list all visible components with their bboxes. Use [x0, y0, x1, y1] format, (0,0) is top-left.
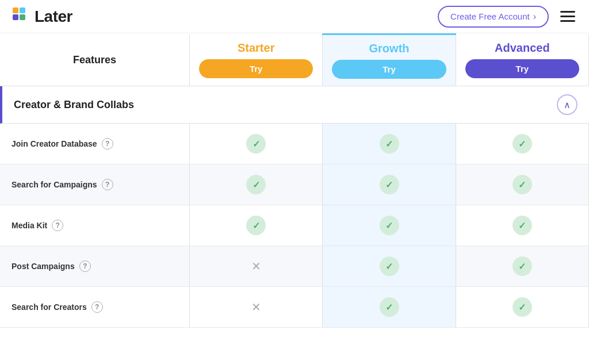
starter-plan-name: Starter: [199, 41, 313, 55]
logo-text: Later: [35, 7, 72, 26]
advanced-feature-cell: ✓: [456, 164, 588, 205]
create-account-button[interactable]: Create Free Account ›: [438, 6, 549, 28]
advanced-try-button[interactable]: Try: [465, 59, 579, 78]
check-icon: ✓: [512, 216, 532, 235]
header: Later Create Free Account ›: [0, 0, 589, 33]
hamburger-button[interactable]: [558, 9, 577, 24]
feature-name-cell: Post Campaigns ?: [0, 246, 190, 287]
feature-name-inner: Search for Creators ?: [12, 301, 180, 313]
feature-name-cell: Search for Creators ?: [0, 287, 190, 328]
pricing-table: Features Starter Try Growth Try Advanced…: [0, 33, 589, 328]
starter-try-button[interactable]: Try: [199, 59, 313, 78]
svg-rect-2: [13, 14, 18, 20]
check-icon: ✓: [512, 297, 532, 317]
growth-try-button[interactable]: Try: [332, 60, 446, 79]
create-account-label: Create Free Account: [450, 12, 530, 21]
collapse-icon: ∧: [564, 99, 571, 110]
check-icon: ✓: [380, 297, 399, 317]
growth-feature-cell: ✓: [323, 205, 456, 246]
svg-rect-1: [20, 7, 25, 13]
table-row: Search for Campaigns ? ✓✓✓: [0, 164, 589, 205]
feature-name-inner: Media Kit ?: [12, 220, 180, 231]
info-icon[interactable]: ?: [52, 220, 63, 231]
feature-label: Media Kit: [12, 221, 47, 230]
check-icon: ✓: [380, 175, 399, 194]
feature-label: Post Campaigns: [12, 262, 75, 271]
growth-plan-header: Growth Try: [323, 35, 456, 86]
advanced-feature-cell: ✓: [456, 124, 588, 164]
check-icon: ✓: [512, 134, 532, 154]
advanced-feature-cell: ✓: [456, 246, 588, 287]
advanced-plan-header: Advanced Try: [456, 35, 588, 86]
section-title: Creator & Brand Collabs: [14, 99, 134, 111]
info-icon[interactable]: ?: [102, 179, 113, 190]
feature-name-inner: Join Creator Database ?: [12, 138, 180, 150]
feature-label: Join Creator Database: [12, 139, 97, 148]
growth-plan-name: Growth: [332, 42, 446, 55]
info-icon[interactable]: ?: [102, 138, 113, 150]
check-icon: ✓: [246, 175, 266, 194]
cross-icon: ✕: [246, 297, 266, 317]
table-row: Search for Creators ? ✕✓✓: [0, 287, 589, 328]
advanced-feature-cell: ✓: [456, 287, 588, 328]
feature-name-inner: Search for Campaigns ?: [12, 179, 180, 190]
section-header-cell: Creator & Brand Collabs ∧: [0, 86, 589, 124]
svg-rect-0: [13, 7, 18, 13]
check-icon: ✓: [380, 216, 399, 235]
growth-feature-cell: ✓: [323, 124, 456, 164]
growth-feature-cell: ✓: [323, 287, 456, 328]
svg-rect-3: [20, 14, 25, 20]
collapse-button[interactable]: ∧: [557, 94, 577, 115]
logo: Later: [12, 6, 72, 27]
table-row: Post Campaigns ? ✕✓✓: [0, 246, 589, 287]
feature-name-inner: Post Campaigns ?: [12, 260, 180, 272]
create-account-arrow: ›: [533, 12, 536, 22]
table-row: Media Kit ? ✓✓✓: [0, 205, 589, 246]
feature-name-cell: Search for Campaigns ?: [0, 164, 190, 205]
cross-icon: ✕: [246, 256, 266, 276]
starter-feature-cell: ✕: [190, 287, 323, 328]
check-icon: ✓: [246, 216, 266, 235]
table-row: Join Creator Database ? ✓✓✓: [0, 124, 589, 164]
check-icon: ✓: [380, 256, 399, 276]
section-header-row: Creator & Brand Collabs ∧: [0, 86, 589, 124]
growth-feature-cell: ✓: [323, 246, 456, 287]
check-icon: ✓: [512, 256, 532, 276]
starter-feature-cell: ✓: [190, 205, 323, 246]
starter-feature-cell: ✓: [190, 164, 323, 205]
feature-label: Search for Campaigns: [12, 180, 97, 189]
section-header-cell-td: Creator & Brand Collabs ∧: [0, 86, 589, 124]
info-icon[interactable]: ?: [91, 301, 103, 313]
logo-icon: [12, 6, 32, 27]
check-icon: ✓: [512, 175, 532, 194]
feature-label: Search for Creators: [12, 302, 87, 312]
feature-name-cell: Join Creator Database ?: [0, 124, 190, 164]
starter-feature-cell: ✓: [190, 124, 323, 164]
check-icon: ✓: [246, 134, 266, 154]
check-icon: ✓: [380, 134, 399, 154]
growth-feature-cell: ✓: [323, 164, 456, 205]
hamburger-line-2: [560, 16, 575, 17]
advanced-plan-name: Advanced: [465, 41, 579, 55]
hamburger-line-1: [560, 11, 575, 13]
info-icon[interactable]: ?: [79, 260, 91, 272]
feature-name-cell: Media Kit ?: [0, 205, 190, 246]
plan-header-row: Features Starter Try Growth Try Advanced…: [0, 35, 589, 86]
hamburger-line-3: [560, 20, 575, 22]
header-right: Create Free Account ›: [438, 6, 577, 28]
features-col-header: Features: [0, 35, 190, 86]
starter-plan-header: Starter Try: [190, 35, 323, 86]
starter-feature-cell: ✕: [190, 246, 323, 287]
advanced-feature-cell: ✓: [456, 205, 588, 246]
